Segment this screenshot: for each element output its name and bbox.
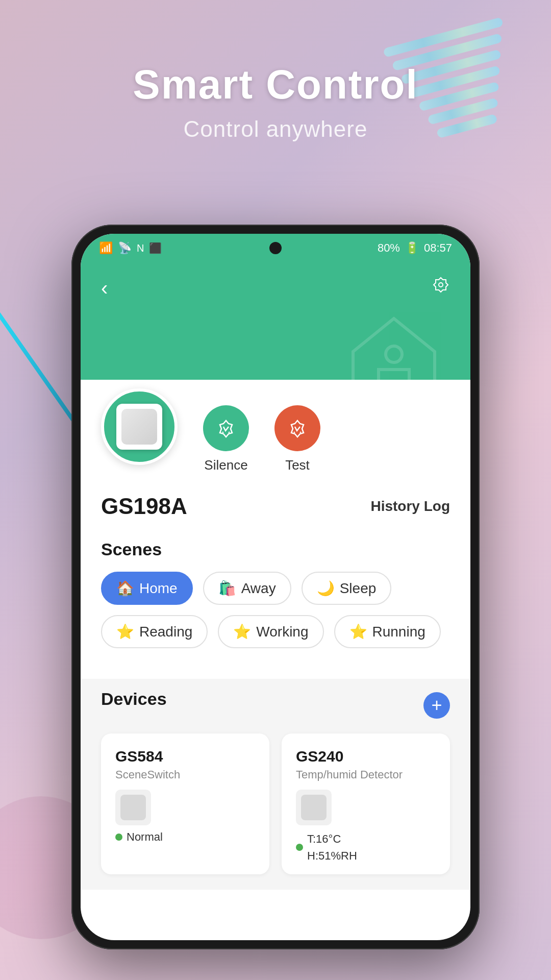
running-scene-icon: ⭐ — [349, 623, 367, 640]
reading-scene-icon: ⭐ — [116, 623, 134, 640]
devices-header: Devices + — [101, 689, 450, 721]
test-label: Test — [285, 457, 310, 473]
svg-point-2 — [386, 346, 402, 362]
gs240-status-row: T:16°C H:51%RH — [296, 830, 436, 864]
device-cards-row: GS584 SceneSwitch Normal GS240 Temp/humi… — [101, 733, 450, 874]
gs240-type: Temp/humid Detector — [296, 768, 436, 781]
battery-icon: 🔋 — [405, 241, 419, 255]
front-camera — [269, 242, 282, 254]
signal-icon: 📶 — [99, 241, 113, 255]
device-card-gs584[interactable]: GS584 SceneSwitch Normal — [101, 733, 269, 874]
device-name: GS198A — [101, 494, 187, 519]
home-scene-icon: 🏠 — [116, 580, 134, 597]
gs240-temp: T:16°C H:51%RH — [307, 830, 357, 864]
scene-sleep[interactable]: 🌙 Sleep — [302, 572, 392, 605]
home-scene-label: Home — [139, 580, 178, 597]
data-icon: ⬛ — [149, 242, 162, 254]
svg-marker-0 — [434, 278, 448, 292]
reading-scene-label: Reading — [139, 624, 192, 640]
phone-mockup: 📶 📡 N ⬛ 80% 🔋 08:57 ‹ — [71, 225, 480, 949]
away-scene-icon: 🛍️ — [218, 580, 236, 597]
device-avatar-section: Silence Test — [81, 380, 470, 483]
status-left: 📶 📡 N ⬛ — [99, 241, 162, 255]
status-right: 80% 🔋 08:57 — [378, 241, 452, 255]
working-scene-label: Working — [256, 624, 308, 640]
add-device-button[interactable]: + — [423, 692, 450, 719]
scenes-row-1: 🏠 Home 🛍️ Away 🌙 Sleep — [101, 572, 450, 605]
phone-outer: 📶 📡 N ⬛ 80% 🔋 08:57 ‹ — [71, 225, 480, 949]
add-icon: + — [431, 695, 442, 716]
clock: 08:57 — [424, 241, 452, 255]
page-main-title: Smart Control — [0, 61, 551, 108]
test-button[interactable]: Test — [274, 405, 320, 473]
svg-point-1 — [439, 283, 443, 287]
back-button[interactable]: ‹ — [101, 277, 108, 300]
gs584-status-label: Normal — [127, 830, 163, 844]
phone-inner: 📶 📡 N ⬛ 80% 🔋 08:57 ‹ — [81, 234, 470, 940]
scenes-section: Scenes 🏠 Home 🛍️ Away 🌙 Sleep — [81, 529, 470, 674]
status-bar: 📶 📡 N ⬛ 80% 🔋 08:57 — [81, 234, 470, 262]
device-image-inner — [121, 409, 157, 445]
silence-icon-circle — [203, 405, 249, 451]
action-buttons-row: Silence Test — [203, 380, 320, 473]
camera-notch — [269, 242, 282, 254]
scene-home[interactable]: 🏠 Home — [101, 572, 193, 605]
device-avatar — [101, 388, 178, 465]
working-scene-icon: ⭐ — [233, 623, 251, 640]
running-scene-label: Running — [372, 624, 425, 640]
history-log-button[interactable]: History Log — [370, 498, 450, 514]
page-title-area: Smart Control Control anywhere — [0, 61, 551, 142]
avatar-row: Silence Test — [101, 380, 450, 473]
device-image — [116, 404, 162, 450]
wifi-icon: 📡 — [118, 241, 132, 255]
device-name-row: GS198A History Log — [81, 483, 470, 524]
app-header: ‹ — [81, 262, 470, 313]
scene-away[interactable]: 🛍️ Away — [203, 572, 291, 605]
scenes-title: Scenes — [101, 540, 450, 559]
gs584-status: Normal — [115, 830, 255, 844]
gs240-status-dot — [296, 844, 303, 851]
gs584-name: GS584 — [115, 748, 255, 765]
sleep-scene-icon: 🌙 — [317, 580, 335, 597]
page-sub-title: Control anywhere — [0, 116, 551, 142]
devices-title: Devices — [101, 689, 167, 709]
silence-label: Silence — [204, 457, 247, 473]
scene-working[interactable]: ⭐ Working — [218, 615, 323, 648]
gs240-name: GS240 — [296, 748, 436, 765]
gs240-thumbnail — [296, 790, 332, 825]
scene-reading[interactable]: ⭐ Reading — [101, 615, 208, 648]
battery-percent: 80% — [378, 241, 400, 255]
scenes-row-2: ⭐ Reading ⭐ Working ⭐ Running — [101, 615, 450, 648]
gs584-type: SceneSwitch — [115, 768, 255, 781]
scene-running[interactable]: ⭐ Running — [334, 615, 441, 648]
devices-section: Devices + GS584 SceneSwitch No — [81, 679, 470, 890]
settings-button[interactable] — [432, 277, 450, 300]
sleep-scene-label: Sleep — [340, 580, 377, 597]
nfc-icon: N — [137, 242, 144, 254]
silence-button[interactable]: Silence — [203, 405, 249, 473]
device-card-gs240[interactable]: GS240 Temp/humid Detector T:16°C H:51%RH — [282, 733, 450, 874]
away-scene-label: Away — [241, 580, 276, 597]
gs584-thumbnail — [115, 790, 151, 825]
test-icon-circle — [274, 405, 320, 451]
gs584-status-dot — [115, 834, 122, 841]
